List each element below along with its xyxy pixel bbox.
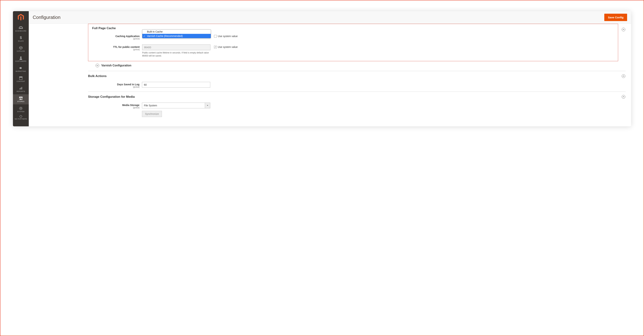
- svg-rect-5: [22, 87, 22, 89]
- customers-icon: [19, 56, 22, 60]
- sidebar-label: CATALOG: [17, 50, 25, 52]
- ttl-scope: [global]: [88, 48, 140, 51]
- ttl-use-system-col: Use system value: [210, 45, 238, 48]
- media-storage-scope: [global]: [88, 107, 140, 109]
- days-in-log-label: Days Saved in Log: [88, 83, 140, 86]
- sidebar-label: MARKETING: [16, 71, 26, 72]
- collapse-bulk-actions[interactable]: [622, 74, 625, 78]
- svg-rect-4: [21, 88, 21, 89]
- caching-application-row: Caching Application [global] Built-in Ca…: [88, 33, 618, 41]
- svg-line-14: [20, 109, 20, 110]
- outer-red-frame: DASHBOARD $ SALES CATALOG CUSTOMERS: [0, 0, 644, 336]
- megaphone-icon: [19, 66, 23, 70]
- sidebar-label: CUSTOMERS: [15, 61, 26, 62]
- main-panel: Configuration Save Config Full Page Cach…: [29, 11, 631, 126]
- dropdown-option-builtin[interactable]: Built-in Cache: [142, 30, 211, 34]
- svg-line-12: [20, 107, 20, 108]
- magento-logo-icon: [18, 14, 24, 21]
- section-bulk-actions[interactable]: Bulk Actions: [88, 71, 626, 81]
- caching-application-input-col: Built-in Cache ✓ Varnish Cache (Recommen…: [142, 34, 210, 39]
- full-page-cache-highlight: Full Page Cache Caching Application [glo…: [88, 24, 618, 61]
- ttl-row: TTL for public content [global] Public c…: [88, 41, 618, 59]
- caching-app-use-system-col: Use system value: [210, 34, 238, 38]
- synchronize-button[interactable]: Synchronize: [142, 111, 162, 117]
- caching-app-use-system-label: Use system value: [218, 35, 238, 38]
- dollar-icon: $: [20, 36, 22, 40]
- stores-icon: [19, 96, 23, 100]
- sidebar-item-dashboard[interactable]: DASHBOARD: [13, 24, 29, 34]
- sidebar-item-marketing[interactable]: MARKETING: [13, 64, 29, 74]
- dashboard-icon: [19, 26, 23, 30]
- caret-down-icon: [207, 105, 208, 106]
- svg-rect-2: [20, 77, 22, 78]
- page-title: Configuration: [33, 15, 60, 20]
- sidebar-item-content[interactable]: CONTENT: [13, 74, 29, 84]
- sidebar-item-stores[interactable]: STORES: [13, 94, 29, 104]
- save-config-button[interactable]: Save Config: [604, 14, 627, 21]
- svg-rect-6: [20, 98, 21, 100]
- collapse-storage-media[interactable]: [622, 95, 625, 99]
- sidebar-item-sales[interactable]: $ SALES: [13, 34, 29, 44]
- caching-application-scope: [global]: [88, 38, 140, 40]
- varnish-config-title: Varnish Configuration: [101, 64, 131, 67]
- synchronize-row: Synchronize: [88, 110, 626, 118]
- sidebar-item-customers[interactable]: CUSTOMERS: [13, 54, 29, 64]
- catalog-icon: [19, 46, 23, 50]
- caching-application-label: Caching Application: [88, 35, 140, 38]
- days-in-log-input-col: [142, 82, 210, 88]
- bulk-actions-title: Bulk Actions: [88, 74, 106, 78]
- ttl-use-system-checkbox[interactable]: [214, 46, 217, 48]
- media-storage-row: Media Storage [global] File System: [88, 101, 626, 110]
- varnish-config-row[interactable]: Varnish Configuration: [88, 61, 626, 71]
- ttl-input-col: Public content cache lifetime in seconds…: [142, 45, 210, 57]
- app-window: DASHBOARD $ SALES CATALOG CUSTOMERS: [13, 11, 631, 126]
- svg-rect-3: [20, 88, 20, 89]
- content-inner: Full Page Cache Caching Application [glo…: [88, 24, 631, 118]
- media-storage-select[interactable]: File System: [142, 103, 210, 108]
- content-icon: [19, 76, 22, 80]
- synchronize-col: Synchronize: [142, 111, 210, 117]
- days-in-log-input[interactable]: [142, 82, 210, 88]
- sidebar-item-reports[interactable]: REPORTS: [13, 84, 29, 94]
- chevron-up-icon: [622, 75, 624, 77]
- section-storage-media[interactable]: Storage Configuration for Media: [88, 92, 626, 101]
- ttl-label: TTL for public content: [88, 46, 140, 48]
- sidebar-label: DASHBOARD: [15, 30, 26, 32]
- gear-icon: [19, 106, 23, 110]
- reports-icon: [19, 86, 22, 90]
- topbar: Configuration Save Config: [29, 11, 631, 24]
- label-col: Caching Application [global]: [88, 34, 142, 40]
- magento-logo: [13, 11, 29, 24]
- sidebar-label: STORES: [17, 101, 24, 103]
- ttl-help-text: Public content cache lifetime in seconds…: [142, 50, 210, 57]
- media-storage-input-col: File System: [142, 103, 210, 108]
- collapse-full-page-cache[interactable]: [622, 28, 625, 31]
- svg-line-13: [22, 109, 22, 110]
- chevron-up-icon: [622, 29, 624, 30]
- storage-media-title: Storage Configuration for Media: [88, 95, 135, 99]
- dropdown-option-varnish[interactable]: ✓ Varnish Cache (Recommended): [142, 34, 211, 38]
- chevron-up-icon: [622, 96, 624, 98]
- svg-line-15: [22, 107, 22, 108]
- dropdown-option-varnish-label: Varnish Cache (Recommended): [147, 35, 183, 38]
- caching-app-use-system-checkbox[interactable]: [214, 35, 217, 38]
- media-storage-dropdown-button[interactable]: [205, 103, 210, 108]
- media-storage-label: Media Storage: [88, 104, 140, 107]
- sidebar-item-partners[interactable]: ND PARTNERS: [13, 114, 29, 120]
- expand-varnish-config[interactable]: [96, 64, 99, 67]
- ttl-use-system-label: Use system value: [218, 46, 238, 48]
- svg-point-0: [20, 57, 22, 58]
- sidebar-label: SALES: [18, 40, 24, 42]
- sidebar-item-system[interactable]: SYSTEM: [13, 104, 29, 114]
- caching-application-dropdown[interactable]: Built-in Cache ✓ Varnish Cache (Recommen…: [142, 29, 211, 38]
- media-storage-value: File System: [142, 103, 205, 108]
- sidebar-item-catalog[interactable]: CATALOG: [13, 44, 29, 54]
- partners-icon: [19, 115, 23, 118]
- ttl-input: [142, 45, 210, 50]
- sidebar-label: CONTENT: [17, 81, 25, 82]
- chevron-down-icon: [96, 65, 98, 66]
- sidebar-label: REPORTS: [17, 91, 25, 92]
- sidebar-label: ND PARTNERS: [14, 118, 27, 120]
- label-col: TTL for public content [global]: [88, 45, 142, 51]
- admin-sidebar: DASHBOARD $ SALES CATALOG CUSTOMERS: [13, 11, 29, 126]
